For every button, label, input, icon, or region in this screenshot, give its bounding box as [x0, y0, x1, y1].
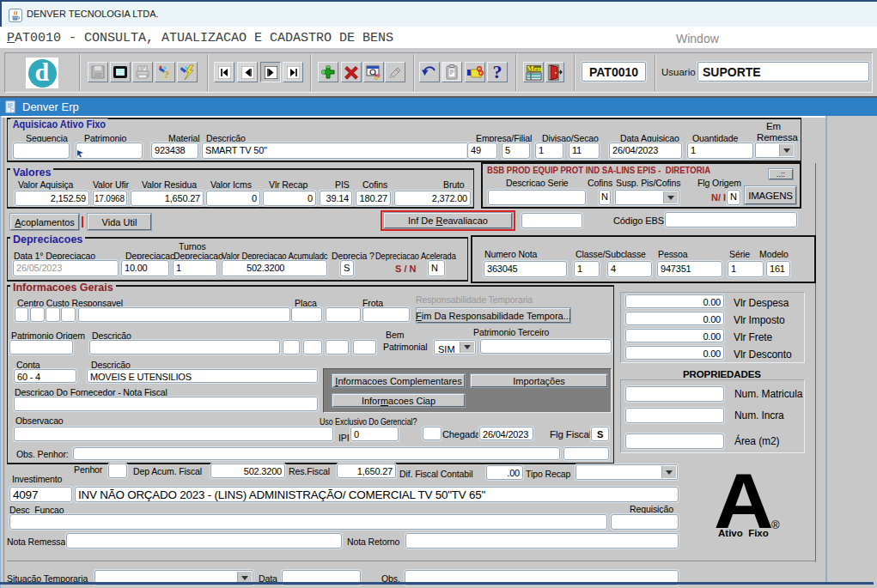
svg-text:Menu: Menu — [527, 64, 542, 73]
svg-text:?: ? — [164, 69, 169, 81]
